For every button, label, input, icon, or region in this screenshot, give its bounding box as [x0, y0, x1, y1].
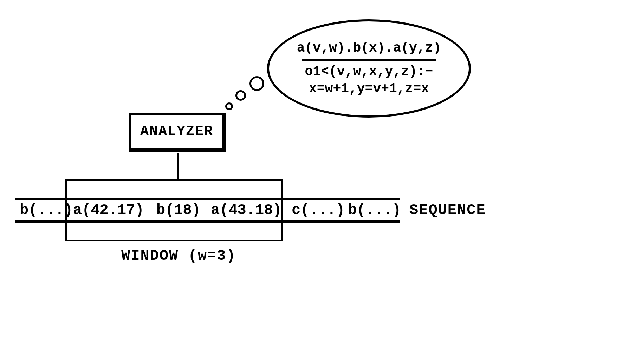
window-label: WINDOW (w=3) — [121, 247, 236, 264]
seq-item-in-3: a(43.18) — [211, 202, 282, 219]
thought-numerator: a(v,w).b(x).a(y,z) — [297, 39, 441, 57]
thought-dot-2 — [235, 90, 246, 101]
thought-dot-1 — [225, 102, 233, 110]
thought-denom-2: x=w+1,y=v+1,z=x — [309, 80, 429, 97]
thought-dot-3 — [249, 76, 264, 91]
fraction-line — [302, 59, 436, 61]
analyzer-connector-line — [177, 153, 179, 179]
seq-item-in-2: b(18) — [156, 202, 201, 219]
thought-denom-1: o1<(v,w,x,y,z):− — [305, 63, 433, 80]
analyzer-label: ANALYZER — [140, 124, 213, 139]
seq-item-after-1: c(...) — [292, 202, 345, 219]
seq-item-before: b(...) — [20, 202, 73, 219]
analyzer-box: ANALYZER — [129, 113, 226, 152]
sequence-label: SEQUENCE — [409, 202, 486, 219]
seq-item-in-1: a(42.17) — [73, 202, 144, 219]
thought-bubble: a(v,w).b(x).a(y,z) o1<(v,w,x,y,z):− x=w+… — [267, 19, 471, 118]
seq-item-after-2: b(...) — [348, 202, 401, 219]
